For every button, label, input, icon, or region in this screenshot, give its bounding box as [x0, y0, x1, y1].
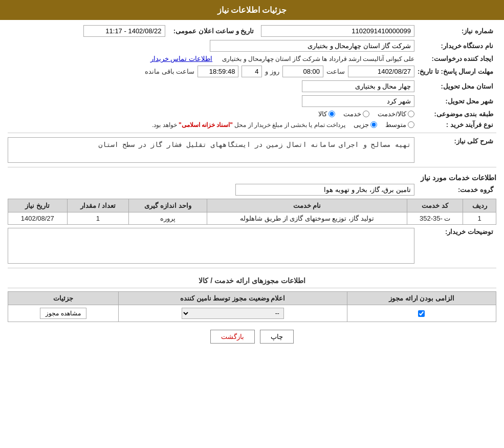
category-service-item: خدمت [343, 110, 369, 118]
purchase-type-value-cell: متوسط جزیی پرداخت تمام یا بخشی از مبلغ خ… [8, 121, 414, 129]
col-name: نام خدمت [207, 199, 407, 212]
service-group-label: گروه خدمت: [414, 186, 496, 194]
need-number-value-cell [257, 25, 415, 37]
perm-col-required: الزامی بودن ارائه مجوز [347, 292, 496, 305]
category-goods-service-radio[interactable] [408, 111, 414, 117]
delivery-province-value-cell [8, 80, 414, 92]
services-table: ردیف کد خدمت نام خدمت واحد اندازه گیری ت… [8, 199, 496, 225]
delivery-province-row: استان محل تحویل: [8, 80, 496, 92]
services-section-title: اطلاعات خدمات مورد نیاز [8, 172, 496, 184]
category-goods-service-item: کالا/خدمت [378, 110, 414, 118]
announcement-value-cell [8, 25, 165, 37]
perm-required-cell [347, 305, 496, 322]
purchase-type-partial-label: جزیی [354, 121, 369, 129]
purchase-notice-text: پرداخت تمام یا بخشی از مبلغ خریدار از مح… [152, 121, 345, 129]
buyer-notes-box [8, 228, 414, 264]
announcement-input[interactable] [83, 25, 165, 37]
need-description-textarea[interactable]: تهیه مصالح و اجرای سامانه اتصال زمین در … [8, 137, 414, 163]
delivery-city-value-cell [8, 95, 414, 107]
delivery-province-input[interactable] [302, 80, 414, 92]
perm-col-status: اعلام وضعیت مجوز توسط نامین کننده [118, 292, 347, 305]
table-cell-row: 1 [463, 212, 496, 225]
delivery-province-label: استان محل تحویل: [414, 82, 496, 90]
purchase-type-medium-item: متوسط [385, 121, 414, 129]
countdown-input[interactable] [198, 66, 238, 77]
perm-status-cell: -- [118, 305, 347, 322]
view-permit-button[interactable]: مشاهده مجوز [40, 308, 86, 319]
table-cell-quantity: 1 [67, 212, 129, 225]
need-number-input[interactable] [261, 25, 414, 37]
perm-required-checkbox[interactable] [418, 310, 425, 317]
purchase-type-partial-item: جزیی [354, 121, 377, 129]
category-goods-radio[interactable] [328, 111, 335, 117]
table-cell-unit: پروره [129, 212, 207, 225]
category-radio-group: کالا/خدمت خدمت کالا [318, 110, 414, 118]
delivery-city-label: شهر محل تحویل: [414, 97, 496, 105]
table-row: --مشاهده مجوز [8, 305, 496, 322]
table-cell-code: ت -35-352 [407, 212, 463, 225]
response-date-input[interactable] [348, 66, 414, 77]
category-service-radio[interactable] [363, 111, 369, 117]
col-date: تاریخ نیاز [8, 199, 68, 212]
perm-col-details: جزئیات [8, 292, 119, 305]
response-deadline-label: مهلت ارسال پاسخ: تا تاریخ: [414, 68, 496, 75]
buyer-notes-value-cell [8, 228, 414, 264]
service-group-value-cell [8, 184, 414, 196]
perm-status-select[interactable]: -- [182, 308, 284, 319]
category-goods-label: کالا [318, 110, 327, 118]
purchase-type-medium-radio[interactable] [408, 121, 414, 128]
buyer-org-value-cell [8, 40, 414, 52]
category-row: طبقه بندی موضوعی: کالا/خدمت خدمت کالا [8, 110, 496, 118]
need-number-label: شماره نیاز: [414, 27, 496, 35]
buyer-notes-row: توضیحات خریدار: [8, 228, 496, 264]
divider-2 [8, 167, 496, 167]
table-cell-date: 1402/08/27 [8, 212, 68, 225]
perm-details-cell: مشاهده مجوز [8, 305, 119, 322]
page-title: جزئیات اطلاعات نیاز [217, 6, 287, 14]
table-cell-name: تولید گاز، توزیع سوختهای گازی از طریق شا… [207, 212, 407, 225]
divider-3 [8, 268, 496, 268]
category-goods-service-label: کالا/خدمت [378, 110, 406, 118]
divider-1 [8, 133, 496, 133]
permissions-table-header-row: الزامی بودن ارائه مجوز اعلام وضعیت مجوز … [8, 292, 496, 305]
purchase-type-row: نوع فرآیند خرید : متوسط جزیی پرداخت تمام… [8, 121, 496, 129]
main-content: شماره نیاز: تاریخ و ساعت اعلان عمومی: نا… [0, 20, 504, 356]
buyer-org-input[interactable] [210, 40, 414, 52]
buyer-org-label: نام دستگاه خریدار: [414, 42, 496, 50]
created-by-label: ایجاد کننده درخواست: [414, 55, 496, 62]
created-by-value-cell: علی کیوانی آنالیست ارشد قرارداد ها شرکت … [8, 55, 414, 62]
permissions-table-head: الزامی بودن ارائه مجوز اعلام وضعیت مجوز … [8, 292, 496, 305]
category-service-label: خدمت [343, 110, 361, 118]
need-description-row: شرح کلی نیاز: تهیه مصالح و اجرای سامانه … [8, 137, 496, 163]
response-deadline-value-cell: ساعت روز و ساعت باقی مانده [8, 66, 414, 77]
permissions-title: اطلاعات مجوزهای ارائه خدمت / کالا [8, 273, 496, 288]
delivery-city-row: شهر محل تحویل: [8, 95, 496, 107]
purchase-type-radio-group: متوسط جزیی [354, 121, 414, 129]
contact-link[interactable]: اطلاعات تماس خریدار [150, 55, 212, 62]
col-quantity: تعداد / مقدار [67, 199, 129, 212]
service-group-row: گروه خدمت: [8, 184, 496, 196]
service-group-input[interactable] [235, 184, 414, 196]
back-button[interactable]: بازگشت [210, 330, 255, 344]
col-row: ردیف [463, 199, 496, 212]
days-input[interactable] [242, 66, 262, 77]
table-row: 1ت -35-352تولید گاز، توزیع سوختهای گازی … [8, 212, 496, 225]
print-button[interactable]: چاپ [260, 330, 294, 344]
days-label: روز و [265, 68, 279, 75]
page-wrapper: جزئیات اطلاعات نیاز شماره نیاز: تاریخ و … [0, 0, 504, 448]
permissions-table-body: --مشاهده مجوز [8, 305, 496, 322]
created-by-text: علی کیوانی آنالیست ارشد قرارداد ها شرکت … [222, 55, 414, 62]
need-number-row: شماره نیاز: تاریخ و ساعت اعلان عمومی: [8, 25, 496, 37]
delivery-city-input[interactable] [302, 95, 414, 107]
buyer-notes-label: توضیحات خریدار: [414, 228, 496, 236]
purchase-type-partial-radio[interactable] [370, 121, 377, 128]
page-header: جزئیات اطلاعات نیاز [0, 0, 504, 20]
response-deadline-row: مهلت ارسال پاسخ: تا تاریخ: ساعت روز و سا… [8, 66, 496, 77]
need-description-value-cell: تهیه مصالح و اجرای سامانه اتصال زمین در … [8, 137, 414, 163]
category-label: طبقه بندی موضوعی: [414, 110, 496, 118]
response-time-label: ساعت [326, 68, 345, 75]
services-table-header-row: ردیف کد خدمت نام خدمت واحد اندازه گیری ت… [8, 199, 496, 212]
bottom-buttons: چاپ بازگشت [8, 322, 496, 351]
response-time-input[interactable] [282, 66, 323, 77]
category-goods-item: کالا [318, 110, 335, 118]
